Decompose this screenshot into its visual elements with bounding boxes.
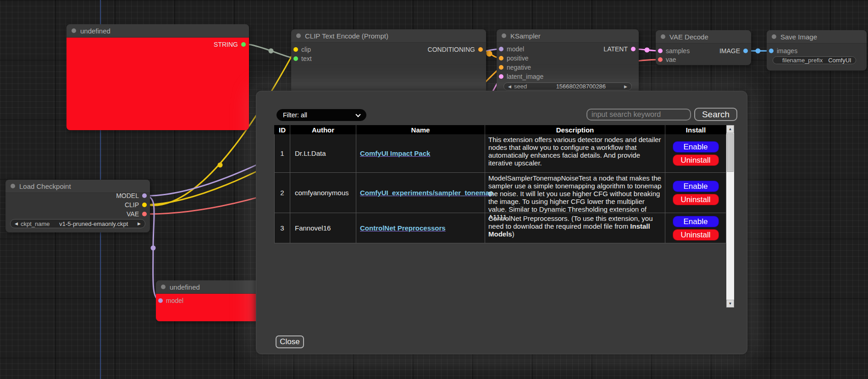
node-title-bar[interactable]: undefined bbox=[66, 24, 249, 38]
extension-link[interactable]: ComfyUI Impact Pack bbox=[360, 149, 430, 157]
node-title-bar[interactable]: VAE Decode bbox=[656, 30, 751, 44]
node-save-image[interactable]: Save Image images filename_prefix ComfyU… bbox=[767, 30, 867, 71]
model-input-port[interactable] bbox=[499, 47, 503, 51]
cell-author: Dr.Lt.Data bbox=[290, 134, 356, 172]
string-output-port[interactable] bbox=[241, 42, 246, 47]
latent-image-input-port[interactable] bbox=[499, 74, 503, 79]
uninstall-button[interactable]: Uninstall bbox=[673, 154, 719, 166]
wire-image-midpoint-dot bbox=[756, 49, 761, 54]
table-scrollbar[interactable]: ▲ ▼ bbox=[726, 125, 734, 308]
negative-input-port[interactable] bbox=[499, 65, 503, 70]
cell-id: 2 bbox=[274, 173, 290, 213]
wire-string-to-text bbox=[249, 44, 295, 59]
collapse-dot-icon[interactable] bbox=[11, 184, 15, 188]
clip-input-port[interactable] bbox=[293, 47, 298, 52]
filter-select[interactable]: Filter: all bbox=[276, 109, 366, 121]
comfyui-app: undefined STRING CLIP Text Encode (Promp… bbox=[0, 0, 868, 379]
wire-conditioning-midpoint-dot bbox=[487, 51, 492, 57]
ckpt-name-widget[interactable]: ◀ ckpt_name v1-5-pruned-emaonly.ckpt ▶ bbox=[10, 219, 145, 228]
wire-clip-midpoint-dot bbox=[218, 163, 223, 168]
wire-model-midpoint-dot bbox=[151, 246, 156, 251]
conditioning-output-port[interactable] bbox=[478, 47, 483, 52]
enable-button[interactable]: Enable bbox=[673, 141, 719, 153]
samples-input-port[interactable] bbox=[658, 49, 663, 53]
close-button[interactable]: Close bbox=[276, 335, 304, 348]
collapse-dot-icon[interactable] bbox=[72, 28, 76, 33]
images-input-port[interactable] bbox=[769, 49, 774, 53]
cell-id: 3 bbox=[274, 213, 290, 243]
cell-author: comfyanonymous bbox=[290, 173, 356, 213]
node-title-bar[interactable]: CLIP Text Encode (Prompt) bbox=[291, 29, 486, 43]
cell-description: This extension offers various detector n… bbox=[485, 134, 665, 172]
header-install: Install bbox=[665, 125, 726, 134]
scrollbar-thumb[interactable] bbox=[727, 133, 734, 172]
table-header-row: ID Author Name Description Install bbox=[274, 125, 734, 134]
header-name: Name bbox=[356, 125, 485, 134]
clip-output-port[interactable] bbox=[142, 203, 147, 207]
uninstall-button[interactable]: Uninstall bbox=[673, 229, 719, 241]
ckpt-name-value[interactable]: v1-5-pruned-emaonly.ckpt bbox=[59, 220, 128, 227]
increment-arrow-icon[interactable]: ▶ bbox=[138, 221, 141, 226]
collapse-dot-icon[interactable] bbox=[772, 34, 776, 39]
collapse-dot-icon[interactable] bbox=[161, 285, 166, 289]
wire-latent-midpoint-dot bbox=[645, 48, 650, 53]
node-title-bar[interactable]: KSampler bbox=[497, 29, 639, 43]
wire-string-midpoint-dot bbox=[269, 49, 274, 54]
seed-value[interactable]: 156680208700286 bbox=[556, 83, 606, 90]
filename-prefix-widget[interactable]: filename_prefix ComfyUI bbox=[773, 56, 856, 64]
node-clip-text-encode[interactable]: CLIP Text Encode (Prompt) clip text COND… bbox=[291, 29, 486, 93]
model-input-port[interactable] bbox=[158, 298, 163, 303]
node-error-body: STRING bbox=[66, 38, 249, 130]
latent-output-port[interactable] bbox=[631, 47, 636, 51]
scroll-down-icon[interactable]: ▼ bbox=[726, 300, 734, 308]
cell-id: 1 bbox=[274, 134, 290, 172]
collapse-dot-icon[interactable] bbox=[502, 33, 506, 38]
search-input[interactable] bbox=[586, 109, 691, 121]
extension-link[interactable]: ComfyUI_experiments/sampler_tonemap bbox=[360, 189, 493, 197]
enable-button[interactable]: Enable bbox=[673, 216, 719, 227]
extension-manager-dialog: Filter: all Search ID Author Name Descri… bbox=[256, 91, 747, 354]
model-output-port[interactable] bbox=[142, 193, 147, 198]
header-author: Author bbox=[290, 125, 356, 134]
cell-description: ModelSamplerTonemapNoiseTest a node that… bbox=[485, 173, 665, 213]
extension-table: ID Author Name Description Install 1 Dr.… bbox=[274, 125, 734, 243]
seed-widget[interactable]: ◀ seed 156680208700286 ▶ bbox=[503, 82, 632, 90]
decrement-arrow-icon[interactable]: ◀ bbox=[508, 84, 511, 89]
collapse-dot-icon[interactable] bbox=[661, 34, 665, 39]
enable-button[interactable]: Enable bbox=[673, 181, 719, 192]
uninstall-button[interactable]: Uninstall bbox=[673, 194, 719, 205]
positive-input-port[interactable] bbox=[499, 56, 503, 60]
increment-arrow-icon[interactable]: ▶ bbox=[624, 84, 627, 89]
table-row: 2 comfyanonymous ComfyUI_experiments/sam… bbox=[274, 173, 734, 213]
node-title-bar[interactable]: Load Checkpoint bbox=[6, 180, 150, 193]
collapse-dot-icon[interactable] bbox=[296, 33, 301, 38]
node-title-bar[interactable]: Save Image bbox=[767, 30, 867, 44]
header-id: ID bbox=[274, 125, 290, 134]
vae-input-port[interactable] bbox=[658, 57, 663, 62]
image-output-port[interactable] bbox=[743, 49, 748, 53]
text-input-port[interactable] bbox=[293, 56, 298, 61]
extension-link[interactable]: ControlNet Preprocessors bbox=[360, 224, 446, 232]
table-row: 3 Fannovel16 ControlNet Preprocessors Co… bbox=[274, 213, 734, 243]
vae-output-port[interactable] bbox=[142, 212, 147, 216]
node-load-checkpoint[interactable]: Load Checkpoint MODEL CLIP VAE ◀ ckpt_na… bbox=[6, 180, 150, 232]
scroll-up-icon[interactable]: ▲ bbox=[726, 125, 734, 133]
filename-prefix-value[interactable]: ComfyUI bbox=[828, 57, 851, 64]
header-description: Description bbox=[485, 125, 665, 134]
table-row: 1 Dr.Lt.Data ComfyUI Impact Pack This ex… bbox=[274, 134, 734, 173]
node-ksampler[interactable]: KSampler model positive negative latent_… bbox=[497, 29, 639, 93]
decrement-arrow-icon[interactable]: ◀ bbox=[15, 221, 18, 226]
search-button[interactable]: Search bbox=[694, 108, 737, 121]
cell-description: ControlNet Preprocessors. (To use this e… bbox=[485, 213, 665, 243]
node-undefined-top[interactable]: undefined STRING bbox=[66, 24, 249, 130]
cell-author: Fannovel16 bbox=[290, 213, 356, 243]
node-vae-decode[interactable]: VAE Decode samples vae IMAGE bbox=[656, 30, 751, 65]
